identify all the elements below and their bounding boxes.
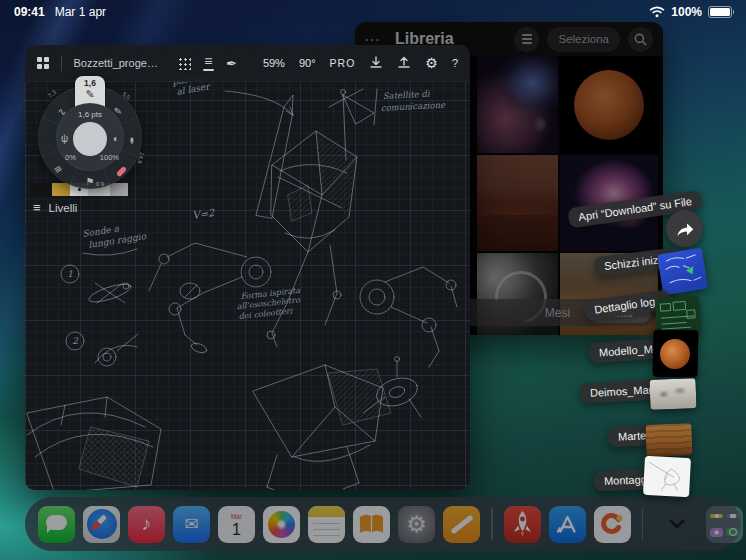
pro-badge[interactable]: PRO — [330, 57, 356, 69]
layers-label: Livelli — [49, 202, 78, 214]
mail-app-icon[interactable]: ✉ — [173, 506, 210, 543]
brush-size-pts: 1,6 pts — [56, 110, 124, 119]
dock: ♪ ✉ Mar 1 ⚙ — [25, 497, 741, 551]
rocket-icon — [504, 506, 541, 543]
annotation-satellite: Satellite di — [383, 88, 432, 101]
rotation-angle[interactable]: 90° — [299, 57, 316, 69]
clock: 09:41 — [14, 5, 45, 19]
svg-text:comunicazione: comunicazione — [381, 100, 447, 113]
annotation-v2: V=2 — [192, 207, 216, 221]
selected-pencil-icon: ✎ — [85, 88, 94, 100]
sketch-app-window: passaggio al laser Satellite di comunica… — [25, 45, 470, 490]
circled-number-1: 1 — [67, 269, 73, 279]
notes-app-icon[interactable] — [308, 506, 345, 543]
layers-icon: ≡ — [33, 200, 41, 215]
status-date: Mar 1 apr — [55, 5, 106, 19]
zoom-level[interactable]: 59% — [263, 57, 285, 69]
battery-percent: 100% — [671, 5, 702, 19]
app-library-mini-star: ★ — [710, 528, 723, 537]
battery-icon — [708, 6, 732, 18]
export-icon[interactable] — [397, 56, 411, 70]
messages-app-icon[interactable] — [38, 506, 75, 543]
flag-tool-icon[interactable]: ⚑ — [86, 176, 95, 187]
preset-size-4: 6,9 — [96, 181, 105, 187]
app-library-mini-green — [726, 528, 739, 536]
document-title[interactable]: Bozzetti_proge… — [74, 57, 158, 69]
vector-pen-icon[interactable]: ✒ — [226, 56, 237, 71]
dock-collapse-button[interactable] — [662, 506, 692, 543]
calendar-day: 1 — [232, 522, 241, 538]
calendar-app-icon[interactable]: Mar 1 — [218, 506, 255, 543]
app-store-a-icon — [549, 506, 586, 543]
layers-panel-header[interactable]: ≡ Livelli — [33, 200, 77, 215]
chevron-down-icon — [664, 511, 690, 537]
status-bar: 09:41 Mar 1 apr 100% — [0, 0, 746, 24]
app-library-mini-yellow — [710, 514, 723, 518]
app-library-mini-blue — [726, 514, 739, 519]
calendar-month: Mar — [231, 514, 242, 521]
music-app-icon[interactable]: ♪ — [128, 506, 165, 543]
pen-tool-icon[interactable]: ✒ — [126, 137, 137, 145]
brush-wheel-center[interactable]: 1,6 pts ψ ◐ 0% 100% — [56, 103, 124, 171]
forward-arrow-icon — [674, 219, 696, 239]
wheel-knob[interactable] — [73, 122, 107, 156]
gallery-icon[interactable] — [37, 57, 49, 69]
opacity-min: 0% — [65, 153, 76, 162]
books-app-icon[interactable] — [353, 506, 390, 543]
safari-app-icon[interactable] — [83, 506, 120, 543]
brush-texture-icon[interactable]: ψ — [61, 133, 68, 144]
drag-thumb-mars-model[interactable] — [653, 330, 699, 378]
dock-divider — [642, 508, 644, 540]
opacity-icon[interactable]: ◐ — [113, 133, 119, 144]
drag-thumb-montaggio[interactable] — [643, 456, 691, 497]
opacity-max: 100% — [100, 153, 119, 162]
app-library-icon[interactable]: ★ — [706, 506, 743, 543]
sketch-app-dock-icon[interactable] — [443, 506, 480, 543]
open-book-icon — [353, 506, 390, 543]
import-icon[interactable] — [369, 56, 383, 70]
photos-app-icon[interactable] — [263, 506, 300, 543]
app-store-icon[interactable] — [549, 506, 586, 543]
share-forward-button[interactable] — [666, 210, 703, 247]
circled-number-2: 2 — [72, 336, 79, 346]
color-app-icon[interactable] — [594, 506, 631, 543]
help-button[interactable]: ? — [452, 57, 458, 69]
layers-view-icon[interactable]: ≡ — [203, 55, 214, 71]
drag-thumb-marte[interactable] — [645, 423, 692, 457]
c-swirl-icon — [594, 506, 631, 543]
drag-thumb-deimos[interactable] — [649, 378, 696, 410]
selected-tool-size: 1,6 — [84, 78, 96, 88]
dock-divider — [491, 508, 493, 540]
settings-gear-icon[interactable]: ⚙ — [425, 55, 438, 71]
rocket-app-icon[interactable] — [504, 506, 541, 543]
drag-thumb-schizzi[interactable] — [657, 248, 708, 296]
wifi-icon — [649, 6, 665, 18]
settings-app-icon[interactable]: ⚙ — [398, 506, 435, 543]
brush-wheel[interactable]: 7,3 5,5 14,6 6,9 ∿ ✏ ✒ ⚑ ≋ 1,6 ✎ 1,6 pts… — [38, 85, 142, 189]
grid-dots-icon[interactable] — [178, 57, 191, 70]
